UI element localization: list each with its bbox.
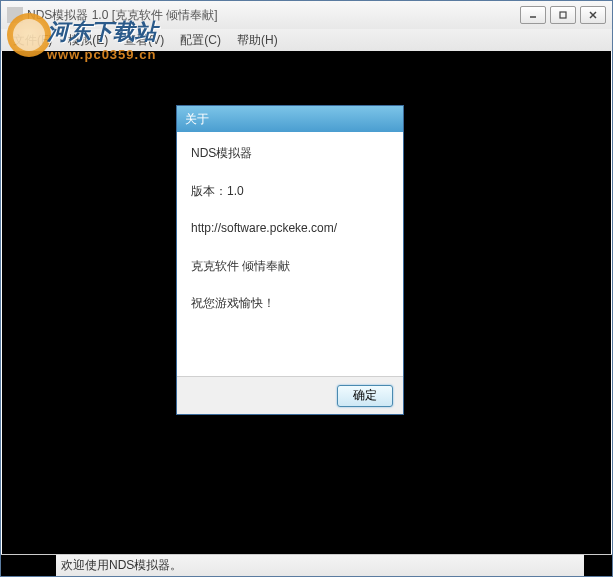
about-dialog-body: NDS模拟器 版本：1.0 http://software.pckeke.com… — [177, 132, 403, 340]
close-icon — [588, 10, 598, 20]
ok-button[interactable]: 确定 — [337, 385, 393, 407]
about-credit: 克克软件 倾情奉献 — [191, 259, 389, 275]
status-bar: 欢迎使用NDS模拟器。 — [1, 554, 612, 576]
about-app-name: NDS模拟器 — [191, 146, 389, 162]
menu-bar: 文件(F) 模拟(E) 查看(V) 配置(C) 帮助(H) — [1, 29, 612, 51]
menu-view[interactable]: 查看(V) — [116, 30, 172, 51]
about-dialog-title: 关于 — [177, 106, 403, 132]
close-button[interactable] — [580, 6, 606, 24]
minimize-icon — [528, 10, 538, 20]
main-window: NDS模拟器 1.0 [克克软件 倾情奉献] 文件(F) 模拟(E) 查看(V)… — [0, 0, 613, 577]
app-icon — [7, 7, 23, 23]
about-wish: 祝您游戏愉快！ — [191, 296, 389, 312]
menu-config[interactable]: 配置(C) — [172, 30, 229, 51]
about-version: 版本：1.0 — [191, 184, 389, 200]
menu-emulation[interactable]: 模拟(E) — [60, 30, 116, 51]
maximize-icon — [558, 10, 568, 20]
minimize-button[interactable] — [520, 6, 546, 24]
window-title: NDS模拟器 1.0 [克克软件 倾情奉献] — [27, 7, 520, 24]
menu-help[interactable]: 帮助(H) — [229, 30, 286, 51]
menu-file[interactable]: 文件(F) — [5, 30, 60, 51]
about-dialog-footer: 确定 — [177, 376, 403, 414]
window-controls — [520, 6, 606, 24]
maximize-button[interactable] — [550, 6, 576, 24]
about-dialog: 关于 NDS模拟器 版本：1.0 http://software.pckeke.… — [176, 105, 404, 415]
about-url: http://software.pckeke.com/ — [191, 221, 389, 237]
svg-rect-1 — [560, 12, 566, 18]
status-text: 欢迎使用NDS模拟器。 — [61, 557, 182, 574]
title-bar: NDS模拟器 1.0 [克克软件 倾情奉献] — [1, 1, 612, 29]
